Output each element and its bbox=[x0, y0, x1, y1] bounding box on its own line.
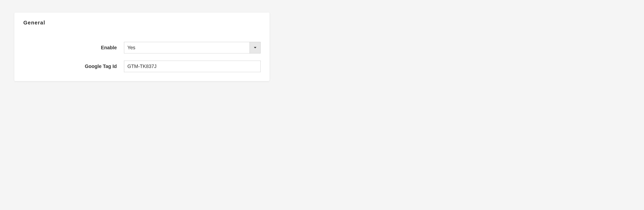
chevron-down-icon bbox=[254, 47, 256, 48]
enable-label: Enable bbox=[23, 45, 124, 50]
section-title: General bbox=[23, 20, 260, 26]
svg-marker-0 bbox=[254, 47, 256, 48]
enable-row: Enable Yes bbox=[23, 42, 260, 54]
enable-select-value: Yes bbox=[124, 42, 250, 53]
google-tag-id-input[interactable] bbox=[124, 60, 260, 72]
google-tag-id-label: Google Tag Id bbox=[23, 64, 124, 69]
google-tag-id-row: Google Tag Id bbox=[23, 60, 260, 72]
google-tag-id-control-wrap bbox=[124, 60, 260, 72]
enable-control-wrap: Yes bbox=[124, 42, 260, 54]
general-settings-panel: General Enable Yes Google Tag Id bbox=[14, 12, 270, 81]
enable-select-arrow[interactable] bbox=[250, 42, 260, 53]
enable-select[interactable]: Yes bbox=[124, 42, 260, 54]
